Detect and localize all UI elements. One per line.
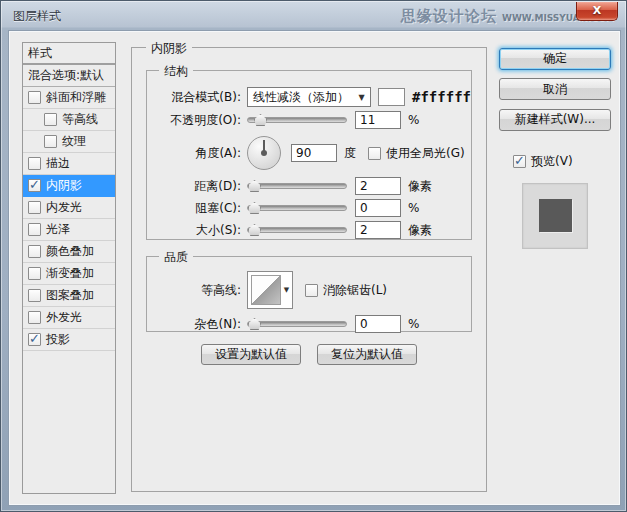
dialog-body: 样式 混合选项:默认 斜面和浮雕 等高线 纹理 描边 内阴影 [8, 30, 621, 506]
sidebar-item-label: 斜面和浮雕 [46, 89, 106, 106]
noise-row: 杂色(N): % [147, 315, 471, 333]
opacity-row: 不透明度(O): % [147, 111, 471, 129]
blend-mode-select[interactable]: 线性减淡（添加） ▼ [247, 87, 371, 107]
sidebar-item-label: 渐变叠加 [46, 265, 94, 282]
slider-thumb[interactable] [248, 180, 261, 192]
effect-preview-swatch [539, 199, 572, 232]
color-hex-value: #ffffff [412, 89, 471, 105]
slider-thumb[interactable] [254, 114, 267, 126]
angle-row: 角度(A): 度 使用全局光(G) [147, 133, 471, 173]
sidebar-item[interactable]: 投影 [23, 329, 115, 351]
panel-title: 内阴影 [146, 40, 192, 57]
blend-mode-row: 混合模式(B): 线性减淡（添加） ▼ #ffffff [147, 87, 471, 107]
set-default-button[interactable]: 设置为默认值 [201, 344, 301, 365]
style-checkbox[interactable] [28, 223, 41, 236]
use-global-light-checkbox[interactable] [368, 147, 381, 160]
sidebar-item-label: 内阴影 [46, 177, 82, 194]
sidebar-item-label: 等高线 [62, 111, 98, 128]
contour-row: 等高线: ▼ 消除锯齿(L) [147, 271, 471, 309]
dialog-title: 图层样式 [13, 8, 61, 25]
angle-input[interactable] [291, 144, 337, 162]
contour-picker[interactable]: ▼ [247, 271, 293, 309]
chevron-down-icon[interactable]: ▼ [281, 272, 292, 308]
sidebar-item-label: 描边 [46, 155, 70, 172]
sidebar-item[interactable]: 图案叠加 [23, 285, 115, 307]
layer-style-dialog: 图层样式 思缘设计论坛 WWW.MISSYUAN.COM X 样式 混合选项:默… [0, 0, 627, 512]
style-checkbox[interactable] [28, 179, 41, 192]
sidebar-item[interactable]: 内发光 [23, 197, 115, 219]
sidebar-item-blending-options[interactable]: 混合选项:默认 [23, 65, 115, 87]
sidebar-item[interactable]: 渐变叠加 [23, 263, 115, 285]
style-checkbox[interactable] [28, 157, 41, 170]
sidebar-item[interactable]: 外发光 [23, 307, 115, 329]
distance-slider[interactable] [247, 179, 347, 193]
distance-input[interactable] [355, 177, 401, 195]
style-checkbox[interactable] [44, 135, 57, 148]
size-input[interactable] [355, 221, 401, 239]
slider-thumb[interactable] [248, 202, 261, 214]
noise-input[interactable] [355, 315, 401, 333]
sidebar-item-label: 颜色叠加 [46, 243, 94, 260]
chevron-down-icon: ▼ [359, 93, 365, 102]
sidebar-item-label: 光泽 [46, 221, 70, 238]
style-checkbox[interactable] [44, 113, 57, 126]
style-checkbox[interactable] [28, 311, 41, 324]
distance-row: 距离(D): 像素 [147, 177, 471, 195]
ok-button[interactable]: 确定 [499, 48, 611, 70]
sidebar-item[interactable]: 斜面和浮雕 [23, 87, 115, 109]
action-column: 确定 取消 新建样式(W)... 预览(V) [499, 47, 611, 249]
opacity-input[interactable] [355, 111, 401, 129]
preview-checkbox[interactable] [513, 155, 526, 168]
style-checkbox[interactable] [28, 289, 41, 302]
opacity-slider[interactable] [247, 113, 347, 127]
close-button[interactable]: X [576, 2, 618, 21]
style-checkbox[interactable] [28, 245, 41, 258]
size-row: 大小(S): 像素 [147, 221, 471, 239]
style-checkbox[interactable] [28, 333, 41, 346]
sidebar-item[interactable]: 光泽 [23, 219, 115, 241]
sidebar-item[interactable]: 描边 [23, 153, 115, 175]
preview-label: 预览(V) [531, 153, 573, 170]
slider-thumb[interactable] [248, 318, 261, 330]
anti-alias-checkbox[interactable] [305, 284, 318, 297]
new-style-button[interactable]: 新建样式(W)... [499, 109, 611, 131]
sidebar-item[interactable]: 等高线 [23, 109, 115, 131]
angle-dial[interactable] [247, 136, 281, 170]
sidebar-item[interactable]: 纹理 [23, 131, 115, 153]
choke-input[interactable] [355, 199, 401, 217]
sidebar-item-label: 外发光 [46, 309, 82, 326]
style-list-items: 斜面和浮雕 等高线 纹理 描边 内阴影 内发光 光泽 颜色叠加 [23, 87, 115, 351]
quality-group: 品质 等高线: ▼ 消除锯齿(L) 杂色(N): [146, 256, 472, 332]
style-checkbox[interactable] [28, 91, 41, 104]
cancel-button[interactable]: 取消 [499, 78, 611, 100]
sidebar-item[interactable]: 内阴影 [23, 175, 115, 197]
close-icon: X [593, 4, 601, 17]
slider-thumb[interactable] [248, 224, 261, 236]
size-slider[interactable] [247, 223, 347, 237]
contour-thumbnail [251, 275, 281, 305]
style-list: 样式 混合选项:默认 斜面和浮雕 等高线 纹理 描边 内阴影 [22, 42, 116, 494]
structure-group: 结构 混合模式(B): 线性减淡（添加） ▼ #ffffff 不透明度(O): [146, 70, 472, 240]
watermark-text: 思缘设计论坛 [401, 7, 497, 26]
style-checkbox[interactable] [28, 267, 41, 280]
sidebar-item-label: 图案叠加 [46, 287, 94, 304]
sidebar-item-label: 纹理 [62, 133, 86, 150]
choke-row: 阻塞(C): % [147, 199, 471, 217]
shadow-color-swatch[interactable] [378, 88, 405, 106]
sidebar-item-label: 内发光 [46, 199, 82, 216]
noise-slider[interactable] [247, 317, 347, 331]
effect-preview [522, 183, 588, 249]
sidebar-item[interactable]: 颜色叠加 [23, 241, 115, 263]
sidebar-item-label: 投影 [46, 331, 70, 348]
reset-default-button[interactable]: 复位为默认值 [317, 344, 417, 365]
styles-header: 样式 [23, 43, 115, 65]
inner-shadow-panel: 内阴影 结构 混合模式(B): 线性减淡（添加） ▼ #ffffff 不透明度(… [131, 47, 487, 492]
titlebar[interactable]: 图层样式 思缘设计论坛 WWW.MISSYUAN.COM X [1, 1, 626, 30]
choke-slider[interactable] [247, 201, 347, 215]
style-checkbox[interactable] [28, 201, 41, 214]
